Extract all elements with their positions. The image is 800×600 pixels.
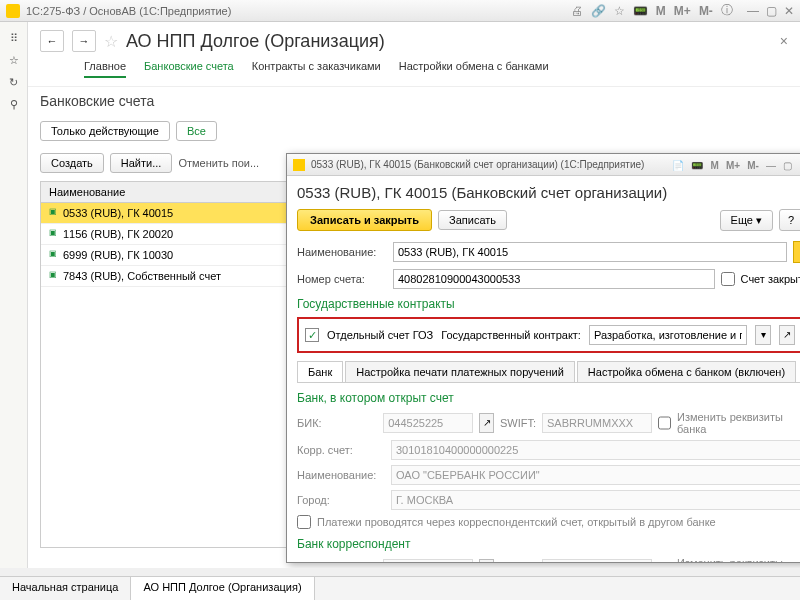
name-input[interactable]: [393, 242, 787, 262]
maximize-icon[interactable]: ▢: [766, 4, 777, 18]
bank-city-row: Город:: [297, 490, 800, 510]
row-name: 7843 (RUB), Собственный счет: [63, 270, 221, 282]
swift-label: SWIFT:: [500, 417, 536, 429]
via-corr-label: Платежи проводятся через корреспондентск…: [317, 516, 716, 528]
cedit-link[interactable]: Изменить реквизиты банка: [677, 557, 800, 562]
tool-print-icon[interactable]: 🖨: [571, 4, 583, 18]
minimize-icon[interactable]: —: [747, 4, 759, 18]
d-mem-mm[interactable]: M-: [747, 160, 759, 171]
row-bullet-icon: ▣: [49, 249, 57, 261]
row-bullet-icon: ▣: [49, 228, 57, 240]
tab-bank-accounts[interactable]: Банковские счета: [144, 60, 234, 78]
mem-mplus[interactable]: M+: [674, 4, 691, 18]
gc-label: Государственный контракт:: [441, 329, 581, 341]
bank-section-header: Банк, в котором открыт счет: [297, 391, 800, 405]
dialog-heading: 0533 (RUB), ГК 40015 (Банковский счет ор…: [297, 184, 800, 201]
bank-name-row: Наименование:: [297, 465, 800, 485]
d-calc-icon[interactable]: 📟: [691, 160, 703, 171]
cbik-input[interactable]: [383, 559, 473, 562]
itab-bank[interactable]: Банк: [297, 361, 343, 382]
filter-only-active[interactable]: Только действующие: [40, 121, 170, 141]
find-button[interactable]: Найти...: [110, 153, 173, 173]
section-subtitle: Банковские счета: [28, 87, 800, 117]
dialog-window-controls: 📄 📟 M M+ M- — ▢ ✕: [668, 159, 800, 171]
tab-contracts[interactable]: Контракты с заказчиками: [252, 60, 381, 78]
itab-exchange[interactable]: Настройка обмена с банком (включен): [577, 361, 796, 382]
bank-bik-row: БИК: ↗ SWIFT: Изменить реквизиты банка: [297, 411, 800, 435]
dialog-title: 0533 (RUB), ГК 40015 (Банковский счет ор…: [311, 159, 668, 170]
row-bullet-icon: ▣: [49, 207, 57, 219]
corr-label: Корр. счет:: [297, 444, 385, 456]
tab-exchange[interactable]: Настройки обмена с банками: [399, 60, 549, 78]
save-button[interactable]: Записать: [438, 210, 507, 230]
page-tabs: Главное Банковские счета Контракты с зак…: [28, 56, 800, 87]
window-controls: — ▢ ✕: [743, 4, 794, 18]
app-title: 1С:275-ФЗ / ОсновАВ (1С:Предприятие): [26, 5, 567, 17]
page-close-icon[interactable]: ×: [780, 33, 788, 49]
dropdown-indicator[interactable]: [793, 241, 800, 263]
bik-label: БИК:: [297, 417, 377, 429]
bik-select-button[interactable]: ↗: [479, 413, 494, 433]
edit-bank-checkbox[interactable]: [658, 416, 671, 430]
cbik-select-button[interactable]: ↗: [479, 559, 494, 562]
info-icon[interactable]: ⓘ: [721, 2, 733, 19]
closed-label: Счет закрыт: [741, 273, 800, 285]
mem-mminus[interactable]: M-: [699, 4, 713, 18]
cancel-search-link[interactable]: Отменить пои...: [178, 157, 259, 169]
swift-input[interactable]: [542, 413, 652, 433]
city-input[interactable]: [391, 490, 800, 510]
more-button[interactable]: Еще ▾: [720, 210, 773, 231]
history-icon[interactable]: ↻: [5, 76, 23, 94]
gc-select-button[interactable]: ▾: [755, 325, 771, 345]
d-mem-m[interactable]: M: [711, 160, 719, 171]
tab-main[interactable]: Главное: [84, 60, 126, 78]
itab-print[interactable]: Настройка печати платежных поручений: [345, 361, 575, 382]
fav-star-icon[interactable]: ☆: [104, 32, 118, 51]
filter-bar: Только действующие Все: [28, 117, 800, 149]
bik-input[interactable]: [383, 413, 473, 433]
gc-input[interactable]: [589, 325, 747, 345]
cswift-input[interactable]: [542, 559, 652, 562]
d-min-icon[interactable]: —: [766, 160, 776, 171]
tool-star-icon[interactable]: ☆: [614, 4, 625, 18]
filter-all[interactable]: Все: [176, 121, 217, 141]
app-icon: [6, 4, 20, 18]
title-tools: 🖨 🔗 ☆ 📟 M M+ M- ⓘ: [567, 2, 733, 19]
row-bullet-icon: ▣: [49, 270, 57, 282]
create-button[interactable]: Создать: [40, 153, 104, 173]
sep-account-checkbox[interactable]: ✓: [305, 328, 319, 342]
dialog-titlebar[interactable]: 0533 (RUB), ГК 40015 (Банковский счет ор…: [287, 154, 800, 176]
row-name: 6999 (RUB), ГК 10030: [63, 249, 173, 261]
edit-bank-link[interactable]: Изменить реквизиты банка: [677, 411, 800, 435]
number-input[interactable]: [393, 269, 715, 289]
app-titlebar: 1С:275-ФЗ / ОсновАВ (1С:Предприятие) 🖨 🔗…: [0, 0, 800, 22]
gc-open-button[interactable]: ↗: [779, 325, 795, 345]
dialog-body: 0533 (RUB), ГК 40015 (Банковский счет ор…: [287, 176, 800, 562]
save-close-button[interactable]: Записать и закрыть: [297, 209, 432, 231]
d-mem-mp[interactable]: M+: [726, 160, 740, 171]
close-icon[interactable]: ✕: [784, 4, 794, 18]
nav-fwd-button[interactable]: →: [72, 30, 96, 52]
page-header: ← → ☆ АО НПП Долгое (Организация) ×: [28, 22, 800, 56]
help-button[interactable]: ?: [779, 209, 800, 231]
apps-icon[interactable]: ⠿: [5, 32, 23, 50]
tool-link-icon[interactable]: 🔗: [591, 4, 606, 18]
bank-corr-header: Банк корреспондент: [297, 537, 800, 551]
gc-highlighted-row: ✓ Отдельный счет ГОЗ Государственный кон…: [297, 317, 800, 353]
mem-m[interactable]: M: [656, 4, 666, 18]
city-label: Город:: [297, 494, 385, 506]
d-tool-icon[interactable]: 📄: [672, 160, 684, 171]
bname-input[interactable]: [391, 465, 800, 485]
search-icon[interactable]: ⚲: [5, 98, 23, 116]
via-corr-checkbox[interactable]: [297, 515, 311, 529]
left-sidebar: ⠿ ☆ ↻ ⚲: [0, 22, 28, 568]
corr-input[interactable]: [391, 440, 800, 460]
field-name: Наименование:: [297, 241, 800, 263]
favorite-icon[interactable]: ☆: [5, 54, 23, 72]
row-name: 1156 (RUB), ГК 20020: [63, 228, 173, 240]
nav-back-button[interactable]: ←: [40, 30, 64, 52]
d-max-icon[interactable]: ▢: [783, 160, 792, 171]
closed-checkbox[interactable]: [721, 272, 735, 286]
tool-calc-icon[interactable]: 📟: [633, 4, 648, 18]
page-title: АО НПП Долгое (Организация): [126, 31, 385, 52]
